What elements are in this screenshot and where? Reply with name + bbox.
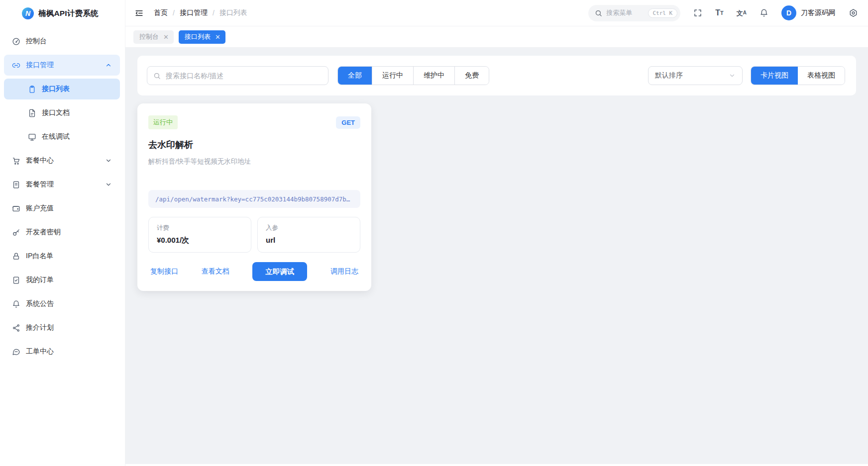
wallet-icon	[12, 204, 20, 213]
user-menu[interactable]: D 刀客源码网	[781, 5, 836, 20]
sidebar-item-account-recharge[interactable]: 账户充值	[4, 198, 120, 219]
sidebar-item-ticket-center[interactable]: 工单中心	[4, 341, 120, 362]
logo-icon: N	[22, 7, 34, 19]
fullscreen-icon[interactable]	[693, 8, 702, 17]
ticket-icon	[12, 348, 20, 356]
search-shortcut-badge: Ctrl K	[648, 8, 678, 18]
filter-free-button[interactable]: 免费	[454, 67, 489, 85]
billing-value: ¥0.001/次	[157, 236, 243, 245]
param-info-box: 入参 url	[257, 217, 360, 253]
monitor-icon	[28, 133, 36, 141]
api-title: 去水印解析	[148, 139, 360, 151]
sidebar-item-label: 接口文档	[42, 108, 70, 117]
content-area: 全部 运行中 维护中 免费 默认排序 卡片视图 表格视图 运行中 GET	[125, 48, 868, 464]
sidebar-item-label: 接口列表	[42, 85, 70, 93]
sidebar-item-api-docs[interactable]: 接口文档	[4, 102, 120, 123]
sidebar-item-label: 工单中心	[26, 347, 54, 356]
tab-label: 接口列表	[185, 32, 211, 41]
username: 刀客源码网	[801, 8, 836, 17]
sort-select-value: 默认排序	[655, 71, 683, 80]
sidebar-item-label: 推介计划	[26, 323, 54, 332]
billing-label: 计费	[157, 224, 243, 232]
sidebar-item-my-orders[interactable]: 我的订单	[4, 270, 120, 290]
tab-dashboard[interactable]: 控制台 ✕	[133, 30, 174, 44]
tab-close-icon[interactable]: ✕	[215, 34, 220, 40]
breadcrumb-home[interactable]: 首页	[154, 8, 168, 17]
font-size-icon[interactable]: TT	[715, 9, 724, 17]
sidebar-item-api-management[interactable]: 接口管理	[4, 55, 120, 76]
filter-toolbar: 全部 运行中 维护中 免费 默认排序 卡片视图 表格视图	[137, 56, 856, 95]
param-value: url	[266, 236, 352, 244]
debug-now-button[interactable]: 立即调试	[252, 262, 307, 281]
app-logo[interactable]: N 楠枫API计费系统	[0, 0, 125, 27]
package-doc-icon	[12, 181, 20, 189]
sidebar-item-developer-keys[interactable]: 开发者密钥	[4, 222, 120, 243]
announcement-icon	[12, 300, 20, 308]
sidebar-item-api-list[interactable]: 接口列表	[4, 79, 120, 99]
sidebar-item-announcements[interactable]: 系统公告	[4, 293, 120, 314]
sidebar-item-referral-program[interactable]: 推介计划	[4, 317, 120, 338]
filter-all-button[interactable]: 全部	[338, 67, 372, 85]
tab-label: 控制台	[139, 32, 159, 41]
breadcrumb: 首页 / 接口管理 / 接口列表	[154, 8, 247, 17]
api-description: 解析抖音/快手等短视频无水印地址	[148, 157, 360, 166]
filter-maintenance-button[interactable]: 维护中	[413, 67, 454, 85]
order-icon	[12, 276, 20, 284]
sidebar-item-label: 接口管理	[26, 61, 54, 70]
copy-api-button[interactable]: 复制接口	[150, 267, 178, 276]
tab-close-icon[interactable]: ✕	[163, 34, 169, 40]
sidebar-item-online-debug[interactable]: 在线调试	[4, 126, 120, 147]
menu-fold-icon[interactable]	[134, 8, 144, 18]
sidebar-item-label: 控制台	[26, 37, 47, 46]
notification-bell-icon[interactable]	[760, 8, 768, 17]
view-docs-button[interactable]: 查看文档	[202, 267, 229, 276]
avatar: D	[781, 5, 796, 20]
card-view-button[interactable]: 卡片视图	[751, 67, 798, 85]
app-title: 楠枫API计费系统	[38, 8, 99, 19]
api-search-input[interactable]	[165, 71, 322, 80]
table-view-button[interactable]: 表格视图	[798, 67, 845, 85]
api-card-actions: 复制接口 查看文档 立即调试 调用日志	[148, 262, 360, 281]
status-badge: 运行中	[148, 115, 178, 129]
sidebar-nav: 控制台 接口管理 接口列表 接口文档	[0, 27, 125, 362]
view-toggle: 卡片视图 表格视图	[751, 66, 845, 85]
menu-search[interactable]: 搜索菜单 Ctrl K	[588, 5, 680, 21]
tab-api-list[interactable]: 接口列表 ✕	[179, 30, 225, 44]
sidebar-item-package-management[interactable]: 套餐管理	[4, 174, 120, 195]
lock-icon	[12, 252, 20, 261]
breadcrumb-api-management[interactable]: 接口管理	[180, 8, 208, 17]
sidebar-item-dashboard[interactable]: 控制台	[4, 31, 120, 52]
share-icon	[12, 324, 20, 332]
header-actions: 搜索菜单 Ctrl K TT 文A D 刀客源码网	[588, 5, 858, 21]
sidebar-item-label: 套餐管理	[26, 180, 54, 189]
api-card-header: 运行中 GET	[148, 115, 360, 129]
sidebar-item-package-center[interactable]: 套餐中心	[4, 150, 120, 171]
menu-search-placeholder: 搜索菜单	[606, 8, 644, 17]
sidebar-item-ip-whitelist[interactable]: IP白名单	[4, 246, 120, 267]
filter-running-button[interactable]: 运行中	[372, 67, 413, 85]
api-info-row: 计费 ¥0.001/次 入参 url	[148, 217, 360, 253]
chevron-down-icon	[729, 72, 736, 79]
sidebar-item-label: 账户充值	[26, 204, 54, 213]
sidebar-item-label: 我的订单	[26, 276, 54, 284]
sidebar: N 楠枫API计费系统 控制台 接口管理 接口列表	[0, 0, 125, 466]
api-endpoint[interactable]: /api/open/watermark?key=cc775c0203144b9b…	[148, 190, 360, 208]
api-card: 运行中 GET 去水印解析 解析抖音/快手等短视频无水印地址 /api/open…	[137, 103, 371, 291]
sidebar-item-label: 套餐中心	[26, 156, 54, 165]
breadcrumb-separator: /	[173, 9, 175, 17]
param-label: 入参	[266, 224, 352, 232]
search-icon	[595, 9, 602, 17]
call-logs-button[interactable]: 调用日志	[330, 267, 358, 276]
main-area: 首页 / 接口管理 / 接口列表 搜索菜单 Ctrl K TT 文A	[125, 0, 868, 466]
search-icon	[153, 72, 161, 80]
status-filter-group: 全部 运行中 维护中 免费	[337, 66, 489, 85]
cart-icon	[12, 157, 20, 165]
sidebar-item-label: 系统公告	[26, 299, 54, 308]
sidebar-item-label: 在线调试	[42, 132, 70, 141]
chevron-down-icon	[105, 181, 112, 188]
sort-select[interactable]: 默认排序	[648, 66, 743, 85]
translate-icon[interactable]: 文A	[737, 10, 747, 16]
sidebar-item-label: IP白名单	[26, 252, 53, 261]
settings-gear-icon[interactable]	[849, 8, 858, 18]
billing-info-box: 计费 ¥0.001/次	[148, 217, 251, 253]
